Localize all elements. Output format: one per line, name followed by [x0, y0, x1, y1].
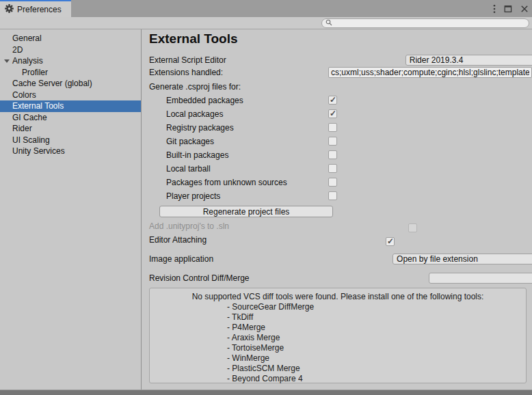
- editor-attaching-label: Editor Attaching: [149, 235, 207, 245]
- script-editor-label: External Script Editor: [149, 55, 226, 65]
- row-label: Player projects: [149, 191, 220, 201]
- helpbox-tool-item: - SourceGear DiffMerge: [150, 302, 526, 312]
- revision-control-dropdown[interactable]: [429, 273, 532, 284]
- image-application-value: Open by file extension: [397, 254, 478, 264]
- helpbox-tool-item: - Araxis Merge: [150, 333, 526, 343]
- extensions-input[interactable]: [329, 68, 531, 77]
- sidebar-item-label: Cache Server (global): [12, 79, 92, 88]
- foldout-open-icon[interactable]: [4, 59, 10, 63]
- sidebar-item-label: Analysis: [12, 56, 43, 66]
- helpbox-tool-item: - PlasticSCM Merge: [150, 364, 526, 374]
- csproj-row-unknown-sources: Packages from unknown sources: [149, 176, 527, 189]
- csproj-row-built-in-packages: Built-in packages: [149, 148, 527, 162]
- regenerate-project-files-button[interactable]: Regenerate project files: [159, 206, 333, 217]
- sidebar-item-colors[interactable]: Colors: [0, 90, 141, 101]
- sidebar-item-2d[interactable]: 2D: [0, 44, 141, 56]
- helpbox-tool-item: - P4Merge: [150, 323, 526, 333]
- unknown-sources-checkbox[interactable]: [328, 178, 337, 187]
- git-packages-checkbox[interactable]: [328, 137, 337, 146]
- helpbox-tool-item: - TkDiff: [150, 312, 526, 323]
- window-bottom-edge: [0, 390, 532, 395]
- search-icon: [325, 18, 332, 28]
- preferences-window: Preferences: [0, 0, 532, 395]
- helpbox-tool-item: - TortoiseMerge: [150, 343, 526, 353]
- player-projects-checkbox[interactable]: [328, 191, 337, 200]
- sidebar-item-general[interactable]: General: [0, 33, 141, 44]
- script-editor-dropdown[interactable]: Rider 2019.3.4: [405, 55, 532, 66]
- local-tarball-checkbox[interactable]: [328, 164, 337, 173]
- embedded-packages-checkbox[interactable]: [328, 96, 337, 105]
- tab-preferences[interactable]: Preferences: [0, 0, 71, 17]
- external-tools-panel: External Tools External Script Editor Ri…: [142, 29, 532, 390]
- sidebar-item-cache-server[interactable]: Cache Server (global): [0, 78, 141, 90]
- editor-attaching-checkbox[interactable]: [386, 237, 395, 246]
- csproj-row-embedded-packages: Embedded packages: [149, 94, 527, 107]
- row-label: Embedded packages: [149, 96, 243, 105]
- tab-strip: Preferences: [0, 0, 532, 17]
- sidebar-item-label: Colors: [12, 90, 36, 100]
- image-application-label: Image application: [149, 254, 213, 264]
- sidebar-item-label: Profiler: [22, 68, 48, 77]
- sidebar-item-label: External Tools: [12, 101, 64, 111]
- sidebar: General 2D Analysis Profiler Cache Serve…: [0, 29, 142, 390]
- extensions-field: [328, 67, 532, 78]
- csproj-row-registry-packages: Registry packages: [149, 121, 527, 135]
- maximize-icon[interactable]: [504, 5, 512, 13]
- helpbox-message: No supported VCS diff tools were found. …: [150, 292, 526, 302]
- row-label: Git packages: [149, 137, 214, 146]
- sidebar-item-profiler[interactable]: Profiler: [0, 67, 141, 79]
- csproj-row-git-packages: Git packages: [149, 135, 527, 148]
- sidebar-item-gi-cache[interactable]: GI Cache: [0, 112, 141, 124]
- sidebar-item-label: Rider: [12, 124, 32, 133]
- sidebar-item-rider[interactable]: Rider: [0, 123, 141, 135]
- row-label: Local packages: [149, 109, 223, 119]
- csproj-row-player-projects: Player projects: [149, 189, 527, 203]
- sidebar-item-label: GI Cache: [12, 113, 47, 122]
- page-title: External Tools: [149, 31, 238, 46]
- sidebar-item-unity-services[interactable]: Unity Services: [0, 146, 141, 157]
- gear-icon: [5, 4, 14, 15]
- sidebar-item-label: UI Scaling: [12, 135, 50, 145]
- unityproj-label: Add .unityproj's to .sln: [149, 221, 229, 231]
- extensions-label: Extensions handled:: [149, 68, 223, 77]
- registry-packages-checkbox[interactable]: [328, 123, 337, 132]
- kebab-menu-icon[interactable]: [493, 4, 496, 14]
- search-box[interactable]: [321, 18, 529, 28]
- sidebar-item-label: 2D: [12, 45, 23, 55]
- helpbox-tool-item: - Beyond Compare 4: [150, 374, 526, 384]
- local-packages-checkbox[interactable]: [328, 109, 337, 118]
- sidebar-item-ui-scaling[interactable]: UI Scaling: [0, 135, 141, 146]
- row-label: Local tarball: [149, 164, 211, 174]
- csproj-row-local-tarball: Local tarball: [149, 162, 527, 176]
- revision-control-label: Revision Control Diff/Merge: [149, 273, 250, 283]
- script-editor-value: Rider 2019.3.4: [410, 55, 464, 65]
- helpbox-tool-item: - WinMerge: [150, 353, 526, 364]
- row-label: Registry packages: [149, 123, 234, 133]
- row-label: Packages from unknown sources: [149, 178, 287, 187]
- sidebar-item-analysis[interactable]: Analysis: [0, 55, 141, 67]
- vcs-helpbox: No supported VCS diff tools were found. …: [149, 288, 527, 383]
- csproj-rows: Embedded packages Local packages Registr…: [149, 94, 527, 203]
- row-label: Built-in packages: [149, 150, 228, 160]
- toolbar: [0, 17, 532, 29]
- image-application-dropdown[interactable]: Open by file extension: [393, 254, 532, 264]
- built-in-packages-checkbox[interactable]: [328, 150, 337, 159]
- search-input[interactable]: [334, 19, 525, 27]
- csproj-section-label: Generate .csproj files for:: [149, 82, 241, 92]
- sidebar-item-label: Unity Services: [12, 146, 65, 156]
- sidebar-item-external-tools[interactable]: External Tools: [0, 100, 141, 112]
- tab-title: Preferences: [17, 5, 62, 14]
- sidebar-item-label: General: [12, 33, 42, 43]
- unityproj-checkbox: [408, 223, 417, 232]
- csproj-row-local-packages: Local packages: [149, 107, 527, 121]
- close-icon[interactable]: [520, 5, 529, 13]
